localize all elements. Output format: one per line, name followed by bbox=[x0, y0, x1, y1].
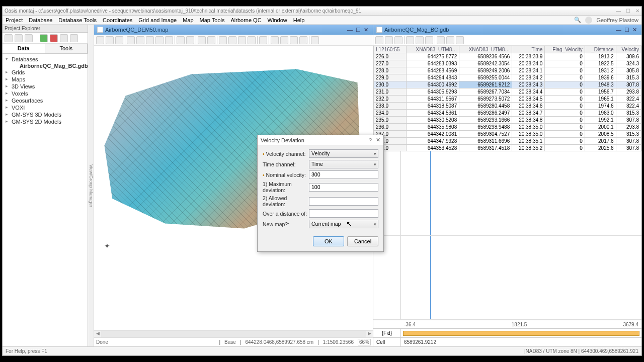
cell[interactable]: 20:38:34.2 bbox=[512, 74, 545, 81]
menu-project[interactable]: Project bbox=[6, 17, 23, 23]
cell[interactable]: 6589249.2006 bbox=[459, 67, 512, 74]
cell[interactable]: 2000.1 bbox=[585, 124, 616, 131]
map-layers-icon[interactable] bbox=[186, 36, 194, 44]
cell[interactable]: 322.4 bbox=[616, 103, 641, 110]
tree-gmsys-3d[interactable]: GM-SYS 3D Models bbox=[4, 111, 87, 118]
cell[interactable]: 234.0 bbox=[374, 110, 407, 117]
table-row[interactable]: 238.0644347.99286589311.669620:38:35.102… bbox=[374, 138, 641, 145]
dialog-input[interactable] bbox=[309, 197, 378, 206]
cell[interactable]: 644342.0081 bbox=[407, 131, 459, 138]
minimize-icon[interactable]: — bbox=[616, 8, 621, 14]
col-header[interactable]: _Distance bbox=[585, 46, 616, 53]
cell[interactable]: 20:38:34.7 bbox=[512, 110, 545, 117]
cell[interactable]: 6589267.7034 bbox=[459, 88, 512, 96]
map-tool-h[interactable] bbox=[290, 36, 298, 44]
profile-pane-1[interactable] bbox=[373, 151, 641, 236]
cell[interactable]: 1956.7 bbox=[585, 88, 616, 96]
menu-airborne-qc[interactable]: Airborne QC bbox=[230, 17, 261, 23]
map-tool-g[interactable] bbox=[280, 36, 288, 44]
cell[interactable]: 644347.9928 bbox=[407, 138, 459, 145]
cell[interactable]: 0 bbox=[545, 117, 585, 124]
cell[interactable]: 0 bbox=[545, 60, 585, 67]
map-maximize-icon[interactable]: ☐ bbox=[354, 27, 362, 33]
menu-help[interactable]: Help bbox=[293, 17, 305, 23]
cell[interactable]: 644305.9293 bbox=[407, 88, 459, 96]
toolbar-icon-3[interactable] bbox=[25, 34, 33, 42]
map-tool-b[interactable] bbox=[228, 36, 236, 44]
cell[interactable]: 6589298.9488 bbox=[459, 124, 512, 131]
cell[interactable]: 1974.6 bbox=[585, 103, 616, 110]
map-tool-2[interactable] bbox=[106, 36, 114, 44]
table-row[interactable]: 228.0644288.45696589249.200620:38:34.101… bbox=[374, 67, 641, 74]
tree-geosurfaces[interactable]: Geosurfaces bbox=[4, 97, 87, 104]
dialog-close-icon[interactable]: ✕ bbox=[376, 137, 380, 143]
cell[interactable]: 20:38:34.3 bbox=[512, 81, 545, 88]
col-header[interactable]: Time bbox=[512, 46, 545, 53]
dialog-input[interactable] bbox=[309, 209, 378, 218]
map-pan-icon[interactable] bbox=[127, 36, 135, 44]
cell[interactable]: 1983.0 bbox=[585, 110, 616, 117]
ok-button[interactable]: OK bbox=[313, 236, 344, 246]
cell[interactable]: 6589286.2497 bbox=[459, 110, 512, 117]
cell[interactable]: 293.8 bbox=[616, 88, 641, 96]
cell[interactable]: 1913.2 bbox=[585, 53, 616, 60]
table-row[interactable]: 235.0644330.52086589293.166620:38:34.801… bbox=[374, 117, 641, 124]
map-refresh-icon[interactable] bbox=[177, 36, 185, 44]
cell[interactable]: 644283.0393 bbox=[407, 60, 459, 67]
menu-grid-image[interactable]: Grid and Image bbox=[138, 17, 177, 23]
data-tool-6[interactable] bbox=[425, 36, 433, 44]
cell[interactable]: 6589280.4458 bbox=[459, 103, 512, 110]
cell[interactable]: 6589236.4566 bbox=[459, 53, 512, 60]
map-tool-i[interactable] bbox=[299, 36, 307, 44]
table-row[interactable]: 233.0644318.50876589280.445820:38:34.601… bbox=[374, 103, 641, 110]
cell[interactable]: 6589273.5072 bbox=[459, 96, 512, 103]
map-tool-j[interactable] bbox=[311, 36, 319, 44]
search-icon[interactable]: 🔍 bbox=[574, 17, 581, 23]
menu-map[interactable]: Map bbox=[183, 17, 193, 23]
cell[interactable]: 644335.9808 bbox=[407, 124, 459, 131]
cell[interactable]: 0 bbox=[545, 131, 585, 138]
cell[interactable]: 307.8 bbox=[616, 138, 641, 145]
cell[interactable]: 1922.5 bbox=[585, 60, 616, 67]
user-avatar-icon[interactable] bbox=[585, 17, 592, 24]
dialog-input[interactable]: 100 bbox=[309, 183, 378, 192]
table-row[interactable]: 236.0644335.98086589298.948820:38:35.002… bbox=[374, 124, 641, 131]
menu-database[interactable]: Database bbox=[29, 17, 52, 23]
data-down-icon[interactable] bbox=[416, 36, 424, 44]
toolbar-icon-2[interactable] bbox=[15, 34, 23, 42]
map-zoom-rect-icon[interactable] bbox=[155, 36, 164, 44]
table-row[interactable]: 231.0644305.92936589267.703420:38:34.401… bbox=[374, 88, 641, 96]
data-grid-icon[interactable] bbox=[437, 36, 445, 44]
tree-3d-views[interactable]: 3D Views bbox=[4, 83, 87, 90]
cell[interactable]: 0 bbox=[545, 103, 585, 110]
cell[interactable]: 6589311.6696 bbox=[459, 138, 512, 145]
col-header[interactable]: XNAD83_UTM8… bbox=[459, 46, 512, 53]
cell[interactable]: 644330.5208 bbox=[407, 117, 459, 124]
col-header[interactable]: Flag_Velocity bbox=[545, 46, 585, 53]
cell[interactable]: 6589304.7527 bbox=[459, 131, 512, 138]
table-row[interactable]: 227.0644283.03936589242.305420:38:34.001… bbox=[374, 60, 641, 67]
cell[interactable]: 0 bbox=[545, 124, 585, 131]
cell[interactable]: 20:38:34.0 bbox=[512, 60, 545, 67]
cell[interactable]: 20:38:35.0 bbox=[512, 131, 545, 138]
cell[interactable]: 6589261.9212 bbox=[459, 81, 512, 88]
cell[interactable]: 0 bbox=[545, 81, 585, 88]
dialog-input[interactable]: 300 bbox=[309, 170, 378, 179]
menu-coordinates[interactable]: Coordinates bbox=[103, 17, 132, 23]
map-tool-d[interactable] bbox=[248, 36, 256, 44]
cancel-button[interactable]: Cancel bbox=[347, 236, 378, 246]
table-row[interactable]: 239.0644353.45286589317.451820:38:35.202… bbox=[374, 145, 641, 152]
cell[interactable]: 315.3 bbox=[616, 74, 641, 81]
cell[interactable]: 1931.2 bbox=[585, 67, 616, 74]
cell[interactable]: 227.0 bbox=[374, 60, 407, 67]
cell[interactable]: 0 bbox=[545, 74, 585, 81]
cell[interactable]: 324.3 bbox=[616, 60, 641, 67]
cell[interactable]: 20:38:35.1 bbox=[512, 138, 545, 145]
stop-icon[interactable] bbox=[60, 34, 68, 42]
dialog-combo[interactable]: Velocity bbox=[309, 149, 378, 158]
data-grid[interactable]: L12160:55XNAD83_UTM8…XNAD83_UTM8…TimeFla… bbox=[373, 46, 641, 151]
tree-grids[interactable]: Grids bbox=[4, 69, 87, 76]
cell[interactable]: 307.8 bbox=[616, 117, 641, 124]
dialog-help-icon[interactable]: ? bbox=[369, 137, 372, 143]
cell[interactable]: 232.0 bbox=[374, 96, 407, 103]
